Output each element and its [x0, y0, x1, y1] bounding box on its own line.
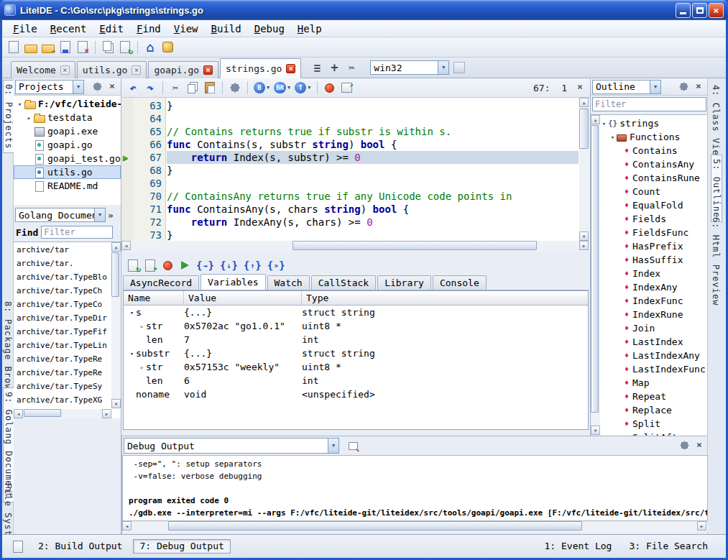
code-text[interactable]: } // Contains returns true if substr is …	[167, 98, 579, 241]
step-into-icon[interactable]: {↓}	[218, 257, 240, 273]
godoc-vertical-scrollbar[interactable]: ▲ ▼	[111, 242, 121, 408]
outline-function-index[interactable]: ♦Index	[600, 267, 708, 280]
scroll-right-icon[interactable]: ▶	[697, 521, 706, 531]
tree-item-goapi-test-go[interactable]: goapi_test.go	[14, 152, 121, 165]
outline-function-join[interactable]: ♦Join	[600, 321, 708, 335]
variable-row-len[interactable]: len7int	[124, 333, 588, 346]
close-button[interactable]: ×	[709, 3, 724, 18]
menu-build[interactable]: Build	[205, 22, 248, 36]
debug-tab-library[interactable]: Library	[377, 275, 431, 290]
statusbar-button-2-build-output[interactable]: 2: Build Output	[32, 539, 129, 554]
scroll-left-icon[interactable]: ◀	[122, 521, 132, 531]
target-env-combo[interactable]: win32 ▼	[370, 60, 449, 75]
outline-function-indexrune[interactable]: ♦IndexRune	[600, 308, 708, 321]
debug-tab-callstack[interactable]: CallStack	[311, 275, 376, 290]
outline-function-replace[interactable]: ♦Replace	[600, 403, 708, 417]
variable-row-substr[interactable]: ▾substr{...}struct string	[124, 346, 588, 360]
outline-root-strings[interactable]: ▾{}strings	[600, 116, 708, 130]
statusbar-button-7-debug-output[interactable]: 7: Debug Output	[133, 539, 230, 554]
close-file-icon[interactable]	[75, 40, 91, 55]
open-file-icon[interactable]	[23, 40, 39, 55]
godoc-item-archive-tar-typeblo[interactable]: archive/tar.TypeBlo	[14, 270, 121, 284]
column-header-name[interactable]: Name	[124, 291, 184, 306]
close-split-icon[interactable]	[344, 60, 359, 75]
tree-item-goapi-go[interactable]: goapi.go	[14, 138, 121, 152]
save-file-icon[interactable]	[57, 40, 73, 55]
column-header-value[interactable]: Value	[184, 291, 302, 306]
sidebar-tab-0-projects[interactable]: 0: Projects	[3, 80, 14, 153]
outline-group-functions[interactable]: ▾Functions	[600, 130, 708, 144]
outline-function-repeat[interactable]: ♦Repeat	[600, 390, 708, 403]
debug-output-close-icon[interactable]: ×	[694, 440, 705, 451]
open-project-icon[interactable]	[40, 40, 56, 55]
variable-row-s[interactable]: ▾s{...}struct string	[124, 306, 588, 319]
variable-row-len[interactable]: len6int	[124, 374, 588, 387]
godoc-filter-input[interactable]	[41, 226, 113, 239]
outline-combo[interactable]: Outline ▼	[592, 80, 661, 94]
tab-close-icon[interactable]: ×	[203, 65, 213, 75]
projects-close-icon[interactable]: ×	[106, 81, 118, 93]
tree-item-f-vfc-liteide-g[interactable]: ▾F:/vfc/liteide-g	[14, 97, 121, 111]
outline-settings-icon[interactable]	[678, 81, 690, 93]
debug-tab-variables[interactable]: Variables	[201, 274, 265, 290]
tab-utils-go[interactable]: utils.go×	[77, 61, 147, 78]
column-header-type[interactable]: Type	[302, 291, 588, 306]
combo-dropdown-icon[interactable]: ▼	[438, 61, 448, 74]
godoc-item-archive-tar-typesy[interactable]: archive/tar.TypeSy	[14, 380, 121, 393]
menu-find[interactable]: Find	[130, 22, 167, 36]
maximize-button[interactable]	[692, 3, 707, 18]
outline-function-containsrune[interactable]: ♦ContainsRune	[600, 171, 708, 185]
godoc-item-archive-tar-typefif[interactable]: archive/tar.TypeFif	[14, 325, 121, 339]
godoc-horizontal-scrollbar[interactable]: ◀ ▶	[14, 409, 111, 418]
statusbar-button-3-file-search[interactable]: 3: File Search	[622, 539, 714, 554]
variable-row-str[interactable]: ▹str0x57153c "weekly"uint8 *	[124, 360, 588, 374]
scroll-down-icon[interactable]: ▼	[591, 426, 600, 435]
step-over-icon[interactable]: {→}	[194, 257, 216, 273]
outline-filter-input[interactable]	[592, 97, 706, 111]
scroll-up-icon[interactable]: ▲	[111, 242, 121, 252]
golang-document-combo[interactable]: Golang Document ▼	[15, 208, 106, 222]
overflow-chevron-icon[interactable]: »	[108, 210, 114, 221]
editor-close-icon[interactable]: ×	[574, 82, 586, 93]
tab-list-icon[interactable]	[309, 60, 325, 75]
env-edit-button[interactable]	[453, 62, 465, 73]
debug-tab-asyncrecord[interactable]: AsyncRecord	[123, 275, 199, 290]
settings-icon[interactable]	[227, 80, 243, 96]
scrollbar-thumb[interactable]	[292, 241, 537, 250]
godoc-item-archive-tar-typech[interactable]: archive/tar.TypeCh	[14, 284, 121, 298]
continue-icon[interactable]	[177, 257, 193, 273]
tab-goapi-go[interactable]: goapi.go×	[148, 61, 218, 78]
tree-item-testdata[interactable]: ▸testdata	[14, 111, 121, 124]
step-out-icon[interactable]: {↑}	[241, 257, 264, 273]
sidebar-tab-4-class-view[interactable]: 4: Class View	[711, 81, 721, 165]
paste-icon[interactable]	[202, 80, 218, 96]
scroll-left-icon[interactable]: ◀	[14, 409, 23, 418]
variable-row-str[interactable]: ▹str0x5702ac "go1.0.1"uint8 *	[124, 319, 588, 333]
menu-debug[interactable]: Debug	[248, 22, 291, 36]
scrollbar-thumb[interactable]	[24, 409, 61, 417]
outline-function-equalfold[interactable]: ♦EqualFold	[600, 198, 708, 212]
scrollbar-thumb[interactable]	[111, 252, 119, 297]
outline-function-map[interactable]: ♦Map	[600, 376, 708, 390]
scroll-left-icon[interactable]: ◀	[121, 241, 131, 250]
scroll-up-icon[interactable]: ▲	[591, 115, 600, 124]
outline-function-lastindexfunc[interactable]: ♦LastIndexFunc	[600, 362, 708, 376]
menu-edit[interactable]: Edit	[93, 22, 130, 36]
combo-dropdown-icon[interactable]: ▼	[328, 439, 338, 453]
debug-output-text[interactable]: -sep=", ": setup separators -v=false: ve…	[122, 455, 708, 521]
debug-output-horizontal-scrollbar[interactable]: ◀ ▶	[122, 521, 708, 532]
outline-function-fieldsfunc[interactable]: ♦FieldsFunc	[600, 226, 708, 239]
build-menu-button[interactable]: B▼	[252, 80, 271, 96]
godoc-item-archive-tar-typexg[interactable]: archive/tar.TypeXG	[14, 393, 121, 407]
sidebar-tab-5-outline[interactable]: 5: Outline	[711, 155, 722, 222]
debug-tab-console[interactable]: Console	[433, 275, 487, 290]
show-current-line-icon[interactable]	[142, 257, 158, 273]
code-editor[interactable]: ▶ 6364656667686970717273 } // Contains r…	[121, 97, 590, 241]
tab-close-icon[interactable]: ×	[60, 65, 70, 75]
tree-item-utils-go[interactable]: utils.go	[14, 165, 121, 179]
scroll-right-icon[interactable]: ▶	[579, 241, 589, 250]
menu-file[interactable]: File	[6, 22, 44, 36]
statusbar-button-1-event-log[interactable]: 1: Event Log	[538, 539, 619, 554]
debug-record-icon[interactable]	[322, 80, 338, 96]
scroll-up-icon[interactable]: ▲	[579, 98, 589, 107]
